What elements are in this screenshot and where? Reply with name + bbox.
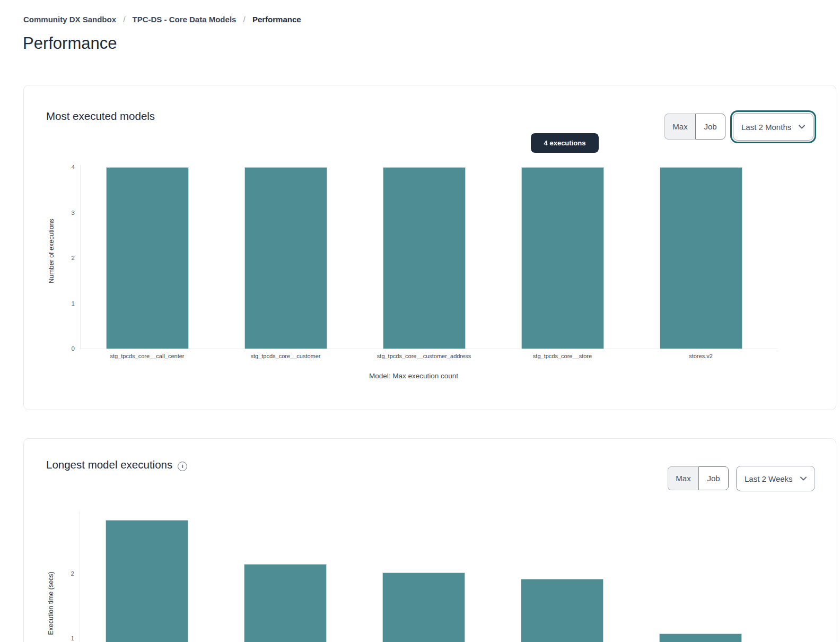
bar[interactable] [659,634,742,642]
bar[interactable] [244,564,327,642]
y-axis-line [80,165,81,349]
bar[interactable] [382,572,465,642]
y-axis-line [80,511,80,642]
card-longest-model-executions: Longest model executionsi Max Job Last 2… [23,438,836,642]
breadcrumb-item-current: Performance [252,15,301,24]
y-tick-label: 2 [55,254,75,262]
y-tick-label: 2 [54,570,74,577]
bar[interactable] [660,167,742,349]
x-category-label: stg_tpcds_core__customer_address [355,353,493,359]
breadcrumb-separator: / [123,15,125,24]
x-axis-line [80,349,777,349]
y-tick-label: 1 [55,300,75,307]
bar[interactable] [521,579,603,642]
x-category-label: stg_tpcds_core__store [494,353,632,359]
bar[interactable] [521,167,604,349]
card-most-executed-models: Most executed models Max Job Last 2 Mont… [23,85,836,410]
y-axis-title: Execution time (secs) [47,571,55,635]
page-title: Performance [23,34,117,53]
y-tick-label: 4 [55,163,75,171]
breadcrumb-separator: / [243,15,246,24]
y-axis-title: Number of executions [48,219,55,283]
x-axis-title: Model: Max execution count [24,372,803,380]
y-tick-label: 3 [55,209,75,216]
bar[interactable] [383,167,466,349]
bar-chart-most-executed: 01234stg_tpcds_core__call_centerstg_tpcd… [24,85,836,410]
x-category-label: stg_tpcds_core__call_center [78,353,216,359]
bar[interactable] [106,520,188,642]
breadcrumb: Community DX Sandbox / TPC-DS - Core Dat… [23,15,301,24]
breadcrumb-item-project[interactable]: Community DX Sandbox [23,15,116,24]
bar[interactable] [244,167,327,349]
x-category-label: stores.v2 [632,353,770,359]
chart-tooltip: 4 executions [531,133,599,153]
bar-chart-longest-executions: 12Execution time (secs) [24,439,836,642]
x-category-label: stg_tpcds_core__customer [217,353,355,359]
bar[interactable] [106,167,189,349]
y-tick-label: 0 [55,345,75,352]
breadcrumb-item-environment[interactable]: TPC-DS - Core Data Models [133,15,237,24]
y-tick-label: 1 [54,635,74,642]
